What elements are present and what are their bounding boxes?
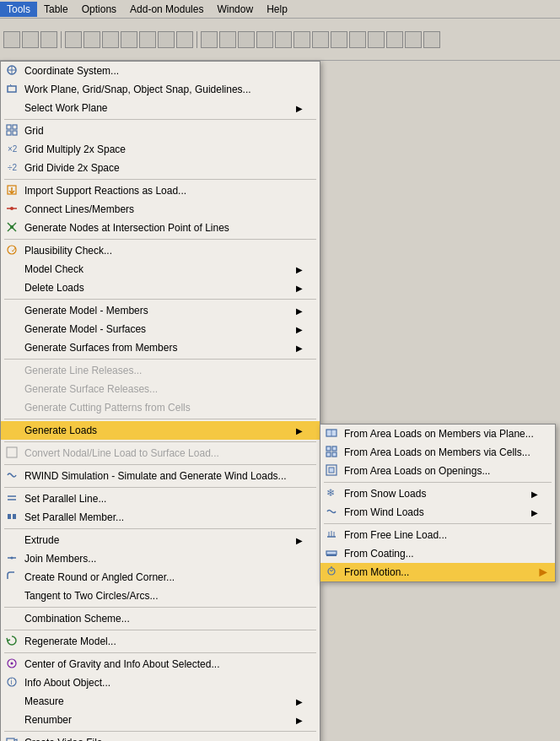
toolbar-icon[interactable] — [40, 31, 57, 48]
menu-item-generate-model-members[interactable]: Generate Model - Members ▶ — [1, 301, 320, 320]
menu-separator — [4, 652, 316, 653]
submenu-item-from-free-line-load[interactable]: From Free Line Load... — [320, 526, 555, 544]
submenu-item-from-motion[interactable]: From Motion... ► — [320, 563, 555, 581]
menu-item-extrude[interactable]: Extrude ▶ — [1, 531, 320, 549]
menu-item-center-gravity[interactable]: Center of Gravity and Info About Selecte… — [1, 655, 320, 673]
toolbar-icon[interactable] — [423, 31, 440, 48]
menu-item-delete-loads[interactable]: Delete Loads ▶ — [1, 279, 320, 297]
menu-item-grid-multiply[interactable]: ×2 Grid Multiply 2x Space — [1, 140, 320, 159]
menu-item-combination-scheme[interactable]: Combination Scheme... — [1, 609, 320, 628]
menu-item-model-check[interactable]: Model Check ▶ — [1, 260, 320, 279]
toolbar-icon[interactable] — [83, 31, 100, 48]
submenu-item-from-area-loads-members-cells[interactable]: From Area Loads on Members via Cells... — [320, 443, 555, 462]
menu-item-convert-nodal: Convert Nodal/Line Load to Surface Load.… — [1, 444, 320, 462]
menu-item-plausibility-check[interactable]: ✓ Plausibility Check... — [1, 241, 320, 260]
toolbar-icon[interactable] — [219, 31, 236, 48]
menu-item-connect-lines[interactable]: Connect Lines/Members — [1, 200, 320, 219]
toolbar-icon[interactable] — [65, 31, 82, 48]
work-plane-icon — [6, 83, 18, 97]
cursor-indicator: ► — [536, 565, 550, 580]
submenu-arrow: ▶ — [296, 306, 303, 316]
submenu-arrow: ▶ — [296, 265, 303, 274]
toolbar-icon[interactable] — [139, 31, 156, 48]
menu-item-generate-nodes[interactable]: Generate Nodes at Intersection Point of … — [1, 219, 320, 237]
submenu-item-from-area-loads-openings[interactable]: From Area Loads on Openings... — [320, 462, 555, 480]
menu-item-coordinate-system[interactable]: Coordinate System... — [1, 62, 320, 80]
submenu-arrow: ▶ — [296, 284, 303, 293]
svg-text:❄: ❄ — [326, 487, 335, 499]
menu-options[interactable]: Options — [75, 2, 123, 17]
menu-addon-modules[interactable]: Add-on Modules — [123, 2, 210, 17]
menu-separator — [4, 419, 316, 419]
menu-item-tangent[interactable]: Tangent to Two Circles/Arcs... — [1, 587, 320, 605]
toolbar-icon[interactable] — [176, 31, 193, 48]
menu-item-measure[interactable]: Measure ▶ — [1, 692, 320, 711]
toolbar-icon[interactable] — [331, 31, 347, 48]
svg-rect-37 — [326, 446, 331, 451]
toolbar-icon[interactable] — [293, 31, 310, 48]
svg-rect-48 — [326, 551, 337, 554]
toolbar-icon[interactable] — [22, 31, 39, 48]
svg-rect-40 — [332, 452, 337, 457]
submenu-arrow: ▶ — [296, 325, 303, 334]
toolbar-icon[interactable] — [238, 31, 255, 48]
menu-item-renumber[interactable]: Renumber ▶ — [1, 711, 320, 729]
menu-item-generate-surface-releases: Generate Surface Releases... — [1, 380, 320, 398]
submenu-item-from-area-loads-members-plane[interactable]: From Area Loads on Members via Plane... — [320, 425, 555, 443]
submenu-item-from-snow-loads[interactable]: ❄ From Snow Loads ▶ — [320, 484, 555, 503]
submenu-arrow: ▶ — [296, 697, 303, 706]
toolbar-icon[interactable] — [312, 31, 329, 48]
menu-item-generate-model-surfaces[interactable]: Generate Model - Surfaces ▶ — [1, 320, 320, 338]
toolbar-icon[interactable] — [121, 31, 137, 48]
submenu-arrow: ▶ — [296, 104, 303, 113]
svg-rect-20 — [7, 447, 17, 457]
menu-help[interactable]: Help — [260, 2, 294, 17]
menu-item-import-support[interactable]: Import Support Reactions as Load... — [1, 181, 320, 200]
menu-item-select-work-plane[interactable]: Select Work Plane ▶ — [1, 99, 320, 117]
menu-tools[interactable]: Tools — [0, 2, 37, 17]
menu-window[interactable]: Window — [210, 2, 260, 17]
menu-item-create-round[interactable]: Create Round or Angled Corner... — [1, 568, 320, 587]
svg-rect-6 — [13, 125, 17, 129]
toolbar-icon[interactable] — [405, 31, 422, 48]
toolbar-icon[interactable] — [368, 31, 385, 48]
menu-item-info-object[interactable]: i Info About Object... — [1, 673, 320, 692]
toolbar-icon[interactable] — [3, 31, 20, 48]
toolbar-icon[interactable] — [386, 31, 403, 48]
menu-item-work-plane[interactable]: Work Plane, Grid/Snap, Object Snap, Guid… — [1, 80, 320, 99]
grid-multiply-icon: ×2 — [6, 143, 18, 157]
submenu-item-from-wind-loads[interactable]: From Wind Loads ▶ — [320, 503, 555, 522]
toolbar-area — [0, 19, 560, 61]
join-members-icon — [6, 552, 18, 566]
menu-separator — [4, 607, 316, 608]
toolbar-icon[interactable] — [102, 31, 119, 48]
svg-rect-5 — [7, 125, 11, 129]
tools-dropdown-menu: Coordinate System... Work Plane, Grid/Sn… — [0, 61, 320, 741]
submenu-item-from-coating[interactable]: From Coating... — [320, 544, 555, 563]
menu-separator — [4, 731, 316, 732]
menu-item-set-parallel-member[interactable]: Set Parallel Member... — [1, 508, 320, 527]
toolbar-icon[interactable] — [201, 31, 218, 48]
menu-item-grid[interactable]: Grid — [1, 122, 320, 140]
svg-rect-32 — [7, 738, 14, 742]
menu-table[interactable]: Table — [37, 2, 75, 17]
menu-item-create-video[interactable]: Create Video File... — [1, 733, 320, 741]
coating-icon — [326, 547, 337, 561]
menu-item-regenerate-model[interactable]: Regenerate Model... — [1, 632, 320, 651]
menu-item-set-parallel-line[interactable]: Set Parallel Line... — [1, 489, 320, 508]
toolbar-icon[interactable] — [275, 31, 292, 48]
menu-item-generate-loads[interactable]: Generate Loads ▶ — [1, 421, 320, 440]
generate-nodes-icon — [6, 221, 18, 235]
svg-text:i: i — [11, 678, 13, 686]
menu-item-rwind[interactable]: RWIND Simulation - Simulate and Generate… — [1, 467, 320, 485]
menu-item-grid-divide[interactable]: ÷2 Grid Divide 2x Space — [1, 159, 320, 177]
svg-rect-3 — [8, 86, 16, 92]
toolbar-icon[interactable] — [158, 31, 175, 48]
toolbar-icon[interactable] — [256, 31, 273, 48]
menu-item-join-members[interactable]: Join Members... — [1, 549, 320, 568]
toolbar-icon[interactable] — [349, 31, 366, 48]
menu-item-generate-surfaces-members[interactable]: Generate Surfaces from Members ▶ — [1, 338, 320, 357]
plausibility-check-icon: ✓ — [6, 244, 18, 258]
import-support-icon — [6, 184, 18, 198]
grid-divide-icon: ÷2 — [6, 161, 18, 176]
